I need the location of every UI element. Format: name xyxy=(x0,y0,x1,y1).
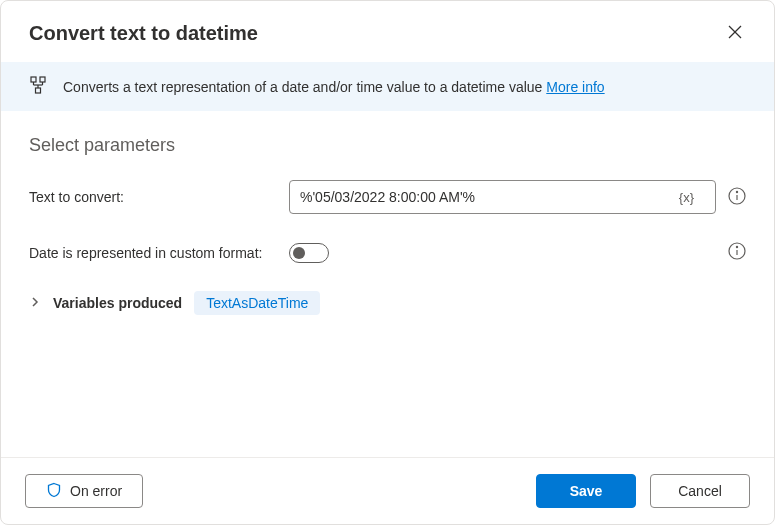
variables-produced-row: Variables produced TextAsDateTime xyxy=(29,291,746,315)
svg-rect-4 xyxy=(36,88,41,93)
convert-text-to-datetime-dialog: Convert text to datetime Converts a text… xyxy=(0,0,775,525)
expand-variables-button[interactable] xyxy=(29,296,41,311)
info-banner: Converts a text representation of a date… xyxy=(1,62,774,111)
text-to-convert-info-button[interactable] xyxy=(728,187,746,208)
svg-rect-3 xyxy=(40,77,45,82)
section-title: Select parameters xyxy=(29,135,746,156)
save-button[interactable]: Save xyxy=(536,474,636,508)
variables-produced-label: Variables produced xyxy=(53,295,182,311)
custom-format-label: Date is represented in custom format: xyxy=(29,245,289,261)
insert-variable-button[interactable]: {x} xyxy=(675,188,698,207)
svg-rect-2 xyxy=(31,77,36,82)
info-icon xyxy=(728,242,746,263)
custom-format-row: Date is represented in custom format: xyxy=(29,242,746,263)
dialog-content: Select parameters Text to convert: {x} D… xyxy=(1,111,774,457)
chevron-right-icon xyxy=(29,296,41,311)
close-button[interactable] xyxy=(724,21,746,46)
dialog-header: Convert text to datetime xyxy=(1,1,774,62)
action-icon xyxy=(29,76,47,97)
info-icon xyxy=(728,187,746,208)
dialog-footer: On error Save Cancel xyxy=(1,457,774,524)
shield-icon xyxy=(46,482,62,501)
text-to-convert-label: Text to convert: xyxy=(29,189,289,205)
custom-format-info-button[interactable] xyxy=(728,242,746,263)
dialog-title: Convert text to datetime xyxy=(29,22,258,45)
toggle-knob xyxy=(293,247,305,259)
svg-point-14 xyxy=(736,246,737,247)
svg-point-11 xyxy=(736,191,737,192)
on-error-button[interactable]: On error xyxy=(25,474,143,508)
text-to-convert-row: Text to convert: {x} xyxy=(29,180,746,214)
banner-text: Converts a text representation of a date… xyxy=(63,79,605,95)
custom-format-toggle[interactable] xyxy=(289,243,329,263)
cancel-button[interactable]: Cancel xyxy=(650,474,750,508)
close-icon xyxy=(728,27,742,42)
on-error-label: On error xyxy=(70,483,122,499)
text-to-convert-input[interactable] xyxy=(289,180,716,214)
variable-chip[interactable]: TextAsDateTime xyxy=(194,291,320,315)
more-info-link[interactable]: More info xyxy=(546,79,604,95)
